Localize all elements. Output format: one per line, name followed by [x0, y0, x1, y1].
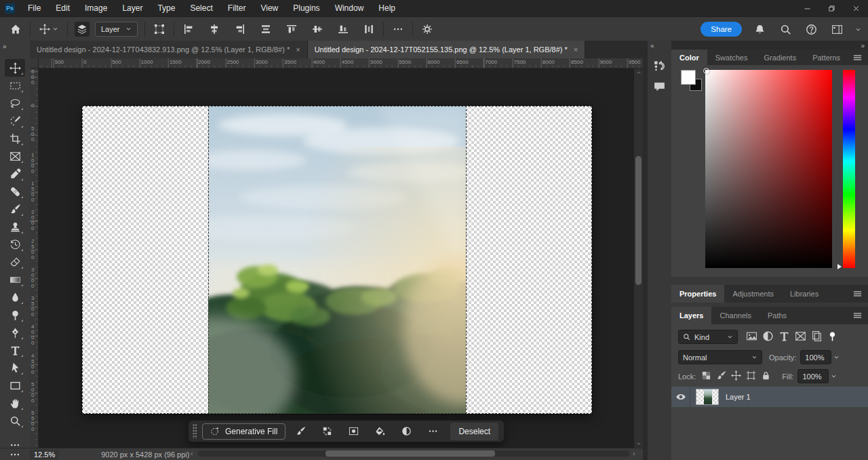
menu-type[interactable]: Type: [150, 0, 182, 16]
zoom-level-field[interactable]: 12.5%: [30, 450, 59, 459]
layer-name[interactable]: Layer 1: [726, 393, 751, 401]
tab-gradients[interactable]: Gradients: [755, 50, 804, 65]
mask-taskbar-button[interactable]: [343, 423, 363, 440]
lock-checker-icon[interactable]: [701, 370, 711, 382]
tab-layers[interactable]: Layers: [671, 307, 711, 324]
settings-button[interactable]: [420, 22, 435, 37]
horizontal-scroll-thumb[interactable]: [326, 451, 495, 457]
menu-help[interactable]: Help: [371, 0, 403, 16]
scroll-left-arrow[interactable]: ‹: [191, 449, 193, 457]
panel-menu-icon[interactable]: [852, 52, 863, 62]
generative-fill-button[interactable]: Generative Fill: [202, 423, 285, 440]
menu-filter[interactable]: Filter: [220, 0, 254, 16]
lock-brush-icon[interactable]: [716, 370, 726, 382]
filter-toggle-icon[interactable]: [828, 331, 837, 343]
scroll-down-arrow[interactable]: [634, 440, 643, 448]
tab-properties[interactable]: Properties: [671, 285, 724, 303]
align-bottom-button[interactable]: [336, 22, 351, 37]
document-canvas[interactable]: [82, 106, 592, 414]
canvas-viewport[interactable]: [39, 69, 634, 448]
layer-filter-dropdown[interactable]: Kind: [678, 330, 738, 344]
crop-tool[interactable]: [5, 130, 25, 147]
distribute-v-button[interactable]: [361, 22, 376, 37]
layer-thumbnail[interactable]: [696, 389, 719, 405]
menu-select[interactable]: Select: [182, 0, 220, 16]
clone-stamp-tool[interactable]: [5, 218, 25, 235]
frame-icon[interactable]: [795, 330, 806, 343]
gradient-tool[interactable]: [5, 271, 25, 288]
fill-taskbar-button[interactable]: [370, 423, 390, 440]
home-button[interactable]: [8, 22, 23, 37]
deselect-button[interactable]: Deselect: [450, 423, 498, 440]
align-left-button[interactable]: [181, 22, 196, 37]
tab-paths[interactable]: Paths: [760, 307, 795, 324]
rectangular-marquee-tool[interactable]: [5, 77, 25, 94]
adjustment-icon[interactable]: [762, 330, 774, 343]
tab-channels[interactable]: Channels: [711, 307, 759, 324]
lock-move-icon[interactable]: [731, 370, 741, 382]
tab-color[interactable]: Color: [671, 50, 707, 65]
workspace-button[interactable]: [829, 22, 845, 37]
frame-tool[interactable]: [5, 147, 25, 165]
share-button[interactable]: Share: [701, 22, 742, 37]
transform-controls-toggle[interactable]: [152, 22, 167, 37]
vertical-scroll-thumb[interactable]: [635, 156, 642, 285]
align-top-button[interactable]: [284, 22, 299, 37]
eyedropper-tool[interactable]: [5, 165, 25, 183]
foreground-color-swatch[interactable]: [681, 70, 696, 85]
path-selection-tool[interactable]: [5, 359, 25, 377]
layer-row[interactable]: Layer 1: [671, 387, 868, 407]
chevron-down-icon[interactable]: [831, 373, 837, 379]
invert-selection-taskbar-button[interactable]: [317, 423, 337, 440]
auto-select-toggle[interactable]: [75, 22, 90, 37]
vertical-scrollbar[interactable]: [634, 69, 643, 448]
type-tool[interactable]: [5, 341, 25, 359]
color-picker-ring[interactable]: [703, 68, 709, 74]
menu-image[interactable]: Image: [77, 0, 115, 16]
pen-tool[interactable]: [5, 324, 25, 341]
panel-menu-icon[interactable]: [852, 289, 863, 299]
collapse-panels-button[interactable]: «: [650, 42, 654, 50]
tab-libraries[interactable]: Libraries: [782, 285, 827, 303]
eraser-tool[interactable]: [5, 253, 25, 271]
tab-swatches[interactable]: Swatches: [707, 50, 756, 65]
tab-patterns[interactable]: Patterns: [804, 50, 848, 65]
opacity-field[interactable]: 100%: [800, 350, 831, 364]
close-tab-icon[interactable]: ×: [296, 45, 300, 54]
rectangle-tool[interactable]: [5, 377, 25, 394]
hand-tool[interactable]: [5, 394, 25, 412]
zoom-tool[interactable]: [5, 412, 25, 429]
menu-layer[interactable]: Layer: [115, 0, 150, 16]
collapse-toolbar-button[interactable]: »: [3, 43, 6, 50]
chevron-down-icon[interactable]: [833, 354, 840, 360]
lock-artboard-icon[interactable]: [746, 370, 756, 382]
adjustment-taskbar-button[interactable]: [396, 423, 416, 440]
menu-file[interactable]: File: [20, 0, 48, 16]
toolbar-more-button[interactable]: [0, 449, 30, 460]
blur-tool[interactable]: [5, 288, 25, 306]
menu-view[interactable]: View: [253, 0, 285, 16]
auto-select-target-dropdown[interactable]: Layer: [95, 22, 138, 37]
scroll-up-arrow[interactable]: [634, 69, 643, 77]
search-button[interactable]: [778, 22, 793, 37]
align-middle-v-button[interactable]: [310, 22, 325, 37]
more-options-button[interactable]: [391, 22, 406, 37]
type-filter-icon[interactable]: [778, 330, 790, 343]
saturation-brightness-box[interactable]: [705, 70, 832, 268]
minimize-window-button[interactable]: [795, 0, 819, 16]
dodge-tool[interactable]: [5, 306, 25, 324]
menu-plugins[interactable]: Plugins: [285, 0, 327, 16]
close-tab-icon[interactable]: ×: [574, 45, 578, 54]
object-selection-tool[interactable]: [5, 112, 25, 130]
restore-window-button[interactable]: [819, 0, 844, 16]
lock-padlock-icon[interactable]: [761, 370, 771, 382]
menu-edit[interactable]: Edit: [48, 0, 77, 16]
tab-adjustments[interactable]: Adjustments: [724, 285, 782, 303]
history-brush-tool[interactable]: [5, 235, 25, 253]
hue-slider[interactable]: [843, 70, 855, 268]
chevron-down-icon[interactable]: [855, 26, 861, 33]
document-tab-1[interactable]: Untitled design - 2024-12-17T043832.913.…: [30, 41, 308, 58]
ellipsis-taskbar-button[interactable]: [422, 423, 443, 440]
distribute-h-button[interactable]: [258, 22, 273, 37]
fill-field[interactable]: 100%: [797, 369, 829, 383]
